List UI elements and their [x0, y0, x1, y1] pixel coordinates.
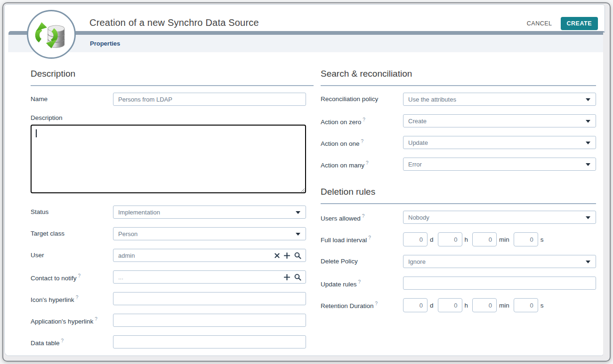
row-data-table: Data table?	[31, 335, 314, 348]
cancel-button[interactable]: CANCEL	[527, 20, 552, 27]
name-field[interactable]	[113, 93, 306, 106]
help-icon[interactable]: ?	[95, 317, 97, 322]
row-retention-duration: Retention Duration? d h min s	[321, 298, 596, 312]
row-icon-hyperlink: Icon's hyperlink?	[31, 292, 314, 305]
update-rules-field[interactable]	[403, 277, 596, 290]
chevron-down-icon	[586, 142, 590, 144]
contact-to-notify-field[interactable]	[113, 270, 306, 284]
help-icon[interactable]: ?	[76, 295, 79, 300]
action-on-zero-value: Create	[408, 118, 427, 125]
help-icon[interactable]: ?	[358, 279, 361, 285]
page-header: Creation of a new Synchro Data Source CA…	[5, 5, 605, 31]
contact-picker	[113, 270, 306, 284]
reconciliation-policy-value: Use the attributes	[408, 96, 456, 103]
page-title: Creation of a new Synchro Data Source	[89, 17, 259, 28]
full-load-minutes-field[interactable]	[472, 232, 497, 246]
retention-seconds-field[interactable]	[514, 298, 538, 312]
application-hyperlink-field[interactable]	[113, 314, 306, 327]
section-search-reconciliation: Search & reconciliation Reconciliation p…	[321, 69, 596, 171]
data-table-field[interactable]	[113, 335, 306, 348]
icon-hyperlink-field[interactable]	[113, 292, 306, 305]
action-on-one-label: Action on one?	[321, 136, 403, 147]
contact-to-notify-label: Contact to notify?	[31, 270, 113, 282]
row-full-load-interval: Full load interval? d h min s	[321, 232, 596, 246]
user-label: User	[31, 249, 113, 259]
status-select[interactable]: Implementation	[113, 206, 306, 219]
retention-hours-field[interactable]	[438, 298, 462, 312]
help-icon[interactable]: ?	[78, 273, 81, 278]
seconds-unit-label: s	[540, 302, 544, 309]
scrollbar[interactable]	[603, 32, 609, 359]
chevron-down-icon	[586, 163, 590, 166]
help-icon[interactable]: ?	[362, 214, 365, 219]
help-icon[interactable]: ?	[361, 139, 364, 144]
help-icon[interactable]: ?	[363, 117, 365, 122]
create-button[interactable]: CREATE	[561, 17, 598, 30]
retention-duration-label: Retention Duration?	[321, 298, 403, 309]
row-contact-to-notify: Contact to notify?	[31, 270, 314, 284]
data-table-label: Data table?	[31, 335, 113, 347]
section-description: Description Name Description Status	[31, 69, 314, 348]
icon-hyperlink-label: Icon's hyperlink?	[31, 292, 113, 303]
help-icon[interactable]: ?	[368, 235, 371, 240]
status-value: Implementation	[118, 209, 160, 216]
users-allowed-select[interactable]: Nobody	[403, 211, 596, 224]
add-icon[interactable]	[284, 274, 290, 280]
row-application-hyperlink: Application's hyperlink?	[31, 314, 314, 327]
row-action-on-many: Action on many? Error	[321, 158, 596, 171]
action-on-one-select[interactable]: Update	[403, 136, 596, 149]
row-reconciliation-policy: Reconciliation policy Use the attributes	[321, 93, 596, 106]
row-user: User	[31, 249, 314, 262]
retention-days-field[interactable]	[403, 298, 427, 312]
days-unit-label: d	[430, 302, 434, 309]
section-title-deletion-rules: Deletion rules	[321, 187, 596, 204]
chevron-down-icon	[296, 211, 300, 214]
minutes-unit-label: min	[499, 236, 509, 243]
column-left: Description Name Description Status	[31, 69, 314, 356]
full-load-days-field[interactable]	[403, 232, 427, 246]
chevron-down-icon	[296, 233, 300, 236]
row-users-allowed: Users allowed? Nobody	[321, 211, 596, 224]
status-label: Status	[31, 206, 113, 215]
chevron-down-icon	[586, 261, 590, 263]
full-load-hours-field[interactable]	[438, 232, 462, 246]
row-name: Name	[31, 93, 314, 106]
retention-minutes-field[interactable]	[472, 298, 497, 312]
creation-form-panel: Creation of a new Synchro Data Source CA…	[4, 4, 605, 356]
description-label: Description	[31, 114, 314, 125]
help-icon[interactable]: ?	[375, 301, 378, 306]
description-field[interactable]	[31, 125, 306, 193]
database-sync-icon	[34, 17, 68, 51]
minutes-unit-label: min	[499, 302, 509, 309]
tab-properties[interactable]: Properties	[90, 40, 120, 47]
action-on-one-value: Update	[408, 139, 428, 146]
synchro-datasource-icon	[27, 10, 76, 59]
row-action-on-one: Action on one? Update	[321, 136, 596, 149]
section-title-description: Description	[31, 69, 314, 86]
search-icon[interactable]	[294, 252, 301, 259]
full-load-seconds-field[interactable]	[514, 232, 538, 246]
retention-duration-duration: d h min s	[403, 298, 548, 312]
reconciliation-policy-label: Reconciliation policy	[321, 93, 403, 103]
reconciliation-policy-select[interactable]: Use the attributes	[403, 93, 596, 106]
seconds-unit-label: s	[540, 236, 544, 243]
app-window: Creation of a new Synchro Data Source CA…	[2, 2, 611, 362]
column-right: Search & reconciliation Reconciliation p…	[321, 69, 596, 356]
days-unit-label: d	[430, 236, 434, 243]
help-icon[interactable]: ?	[61, 338, 64, 343]
action-on-zero-select[interactable]: Create	[403, 114, 596, 127]
clear-icon[interactable]	[274, 253, 280, 258]
search-icon[interactable]	[294, 274, 301, 281]
add-icon[interactable]	[284, 253, 290, 259]
help-icon[interactable]: ?	[366, 160, 369, 166]
tab-bar: Properties	[8, 31, 605, 52]
section-title-search-reconciliation: Search & reconciliation	[321, 69, 596, 86]
tab-strip: Properties	[8, 35, 605, 52]
row-target-class: Target class Person	[31, 227, 314, 240]
action-on-many-select[interactable]: Error	[403, 158, 596, 171]
target-class-select[interactable]: Person	[113, 227, 306, 240]
name-label: Name	[31, 93, 113, 103]
target-class-label: Target class	[31, 227, 113, 237]
delete-policy-select[interactable]: Ignore	[403, 255, 596, 268]
text-cursor	[36, 129, 37, 137]
